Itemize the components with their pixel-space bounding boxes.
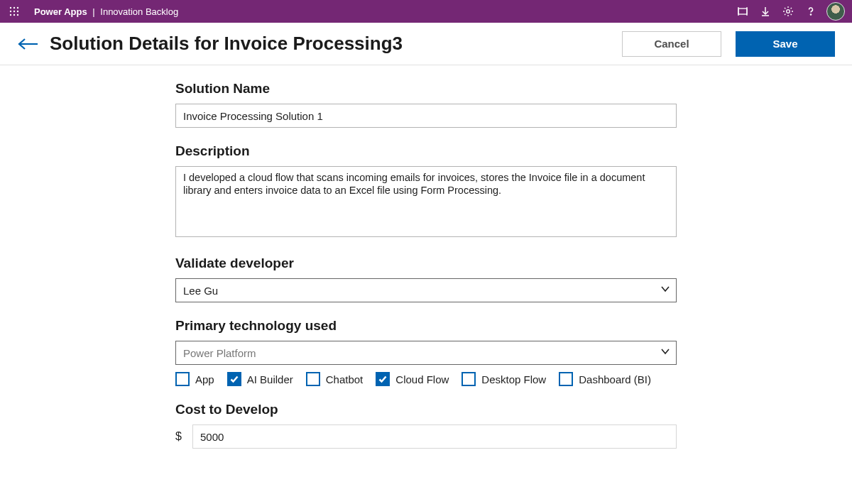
user-avatar[interactable] — [826, 2, 845, 21]
select-validate-developer[interactable] — [175, 278, 677, 302]
label-validate-developer: Validate developer — [175, 256, 677, 271]
svg-point-5 — [17, 11, 18, 12]
topbar: Power Apps | Innovation Backlog — [0, 0, 852, 23]
svg-point-7 — [13, 14, 15, 16]
input-description[interactable] — [175, 166, 677, 237]
field-solution-name: Solution Name — [175, 81, 677, 128]
label-cost: Cost to Develop — [175, 402, 677, 417]
svg-rect-9 — [738, 9, 747, 14]
checkbox-app-label: App — [195, 373, 214, 385]
form-area: Solution Name Description Validate devel… — [0, 65, 852, 464]
app-title-separator: | — [92, 6, 94, 17]
field-validate-developer: Validate developer — [175, 256, 677, 302]
checkbox-desktop-flow-label: Desktop Flow — [481, 373, 546, 385]
field-primary-tech: Primary technology used App AI Builder — [175, 318, 677, 386]
checkbox-cloud-flow-label: Cloud Flow — [395, 373, 449, 385]
checkbox-ai-builder[interactable]: AI Builder — [227, 372, 293, 386]
save-button[interactable]: Save — [736, 31, 835, 57]
app-title: Power Apps | Innovation Backlog — [34, 6, 178, 17]
cancel-button[interactable]: Cancel — [622, 31, 721, 57]
svg-point-1 — [13, 7, 15, 9]
tech-checkbox-row: App AI Builder Chatbot Cloud Flow Deskto… — [175, 372, 677, 386]
label-solution-name: Solution Name — [175, 81, 677, 97]
checkbox-chatbot-label: Chatbot — [326, 373, 364, 385]
svg-point-0 — [10, 7, 11, 9]
help-icon[interactable] — [799, 0, 822, 23]
page-title: Solution Details for Invoice Processing3 — [50, 33, 403, 55]
svg-point-8 — [17, 14, 18, 16]
svg-point-6 — [10, 14, 11, 16]
label-description: Description — [175, 143, 677, 159]
select-primary-tech[interactable] — [175, 341, 677, 365]
checkbox-desktop-flow[interactable]: Desktop Flow — [462, 372, 546, 386]
checkbox-cloud-flow[interactable]: Cloud Flow — [376, 372, 449, 386]
input-solution-name[interactable] — [175, 104, 677, 128]
input-cost[interactable] — [192, 424, 677, 449]
label-primary-tech: Primary technology used — [175, 318, 677, 334]
currency-symbol: $ — [175, 430, 185, 443]
svg-point-2 — [17, 7, 18, 9]
checkbox-dashboard-bi-label: Dashboard (BI) — [579, 373, 651, 385]
svg-point-14 — [787, 10, 790, 13]
app-name: Power Apps — [34, 6, 87, 17]
fit-icon[interactable] — [731, 0, 754, 23]
svg-point-4 — [13, 11, 15, 12]
checkbox-app[interactable]: App — [175, 372, 214, 386]
back-arrow-icon[interactable] — [13, 28, 44, 60]
checkbox-chatbot[interactable]: Chatbot — [306, 372, 364, 386]
field-description: Description — [175, 143, 677, 240]
checkbox-ai-builder-label: AI Builder — [247, 373, 293, 385]
svg-point-15 — [810, 14, 811, 15]
field-cost: Cost to Develop $ — [175, 402, 677, 449]
page-header: Solution Details for Invoice Processing3… — [0, 23, 852, 65]
download-icon[interactable] — [754, 0, 777, 23]
svg-point-3 — [10, 11, 11, 12]
settings-icon[interactable] — [777, 0, 799, 23]
app-subtitle: Innovation Backlog — [100, 6, 178, 17]
app-launcher-icon[interactable] — [7, 4, 21, 18]
checkbox-dashboard-bi[interactable]: Dashboard (BI) — [559, 372, 651, 386]
